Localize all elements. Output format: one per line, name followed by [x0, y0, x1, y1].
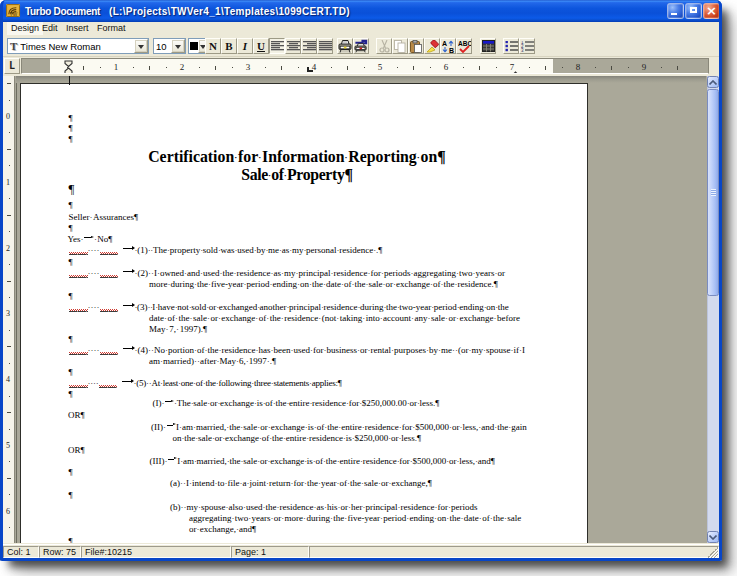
window-border [0, 0, 722, 561]
screen: TW Turbo Document(L:\Projects\TWVer4_1\T… [0, 0, 737, 576]
app-window: TW Turbo Document(L:\Projects\TWVer4_1\T… [0, 0, 722, 561]
